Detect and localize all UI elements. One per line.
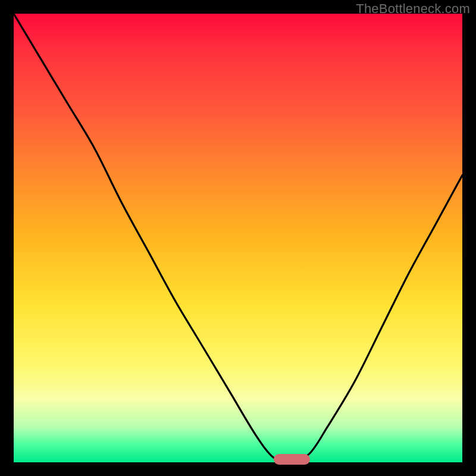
watermark-text: TheBottleneck.com [356,1,470,17]
optimal-marker [274,454,309,465]
plot-area [14,14,462,462]
bottleneck-curve [14,14,462,462]
chart-frame: TheBottleneck.com [0,0,476,476]
